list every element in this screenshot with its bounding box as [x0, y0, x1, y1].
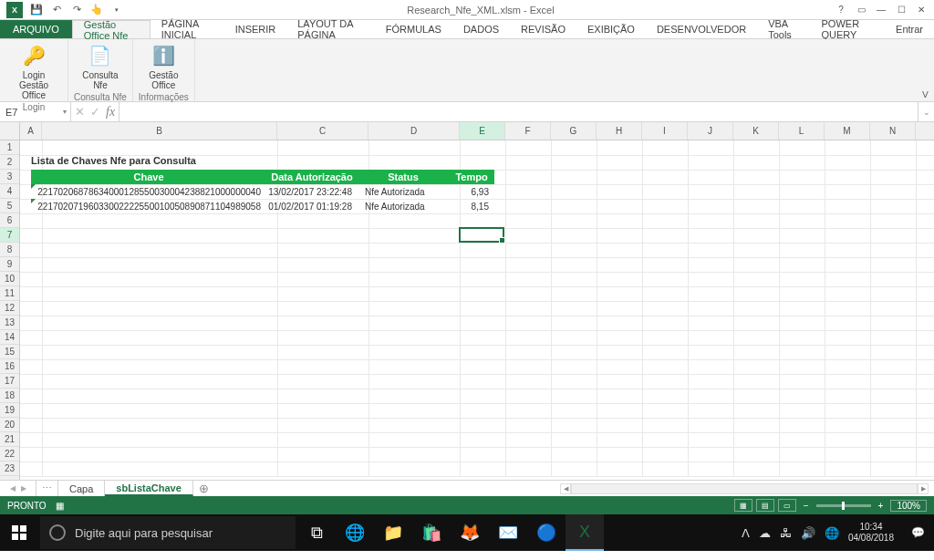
help-icon[interactable]: ? — [832, 3, 850, 17]
task-view-icon[interactable]: ⧉ — [297, 514, 336, 551]
start-button[interactable] — [0, 514, 38, 551]
maximize-icon[interactable]: ☐ — [892, 3, 910, 17]
tab-gestao-office-nfe[interactable]: Gestão Office Nfe — [72, 20, 150, 38]
zoom-in-icon[interactable]: + — [875, 501, 887, 511]
row-header[interactable]: 3 — [0, 170, 19, 184]
macro-recorder-icon[interactable]: ▦ — [56, 501, 64, 511]
tray-expand-icon[interactable]: ᐱ — [742, 526, 750, 540]
row-header[interactable]: 21 — [0, 432, 19, 447]
cell-tempo[interactable]: 8,15 — [449, 202, 494, 212]
zoom-level[interactable]: 100% — [890, 500, 927, 512]
horizontal-scrollbar[interactable]: ◀ ▶ — [215, 481, 934, 496]
close-icon[interactable]: ✕ — [912, 3, 930, 17]
column-header[interactable]: M — [825, 122, 870, 140]
onedrive-icon[interactable]: ☁ — [759, 526, 771, 540]
column-header[interactable]: A — [20, 122, 42, 140]
row-header[interactable]: 14 — [0, 330, 19, 345]
row-header[interactable]: 15 — [0, 345, 19, 359]
store-icon[interactable]: 🛍️ — [412, 514, 451, 551]
column-header[interactable]: J — [688, 122, 733, 140]
column-header[interactable]: G — [551, 122, 597, 140]
cell-status[interactable]: Nfe Autorizada — [358, 187, 449, 197]
column-header[interactable]: N — [870, 122, 916, 140]
row-header[interactable]: 7 — [0, 228, 19, 243]
row-header[interactable]: 4 — [0, 184, 19, 199]
cell-tempo[interactable]: 6,93 — [449, 187, 494, 197]
volume-icon[interactable]: 🔊 — [801, 526, 815, 540]
file-explorer-icon[interactable]: 📁 — [374, 514, 412, 551]
scroll-right-icon[interactable]: ▶ — [918, 483, 929, 494]
column-header[interactable]: F — [505, 122, 551, 140]
add-sheet-icon[interactable]: ⊕ — [193, 481, 215, 496]
taskbar-search[interactable]: Digite aqui para pesquisar — [40, 516, 296, 549]
cell-chave[interactable]: 2217020687863400012855003000423882100000… — [31, 187, 266, 197]
tab-power-query[interactable]: POWER QUERY — [811, 20, 886, 38]
collapse-ribbon-icon[interactable]: ᐯ — [922, 89, 929, 99]
column-header[interactable]: E — [460, 122, 505, 140]
row-header[interactable]: 18 — [0, 389, 19, 403]
row-header[interactable]: 11 — [0, 286, 19, 301]
column-header[interactable]: D — [368, 122, 460, 140]
excel-taskbar-icon[interactable]: X — [566, 514, 604, 551]
row-header[interactable]: 5 — [0, 199, 19, 213]
formula-input[interactable] — [119, 102, 918, 121]
cell-data[interactable]: 13/02/2017 23:22:48 — [266, 187, 358, 197]
action-center-icon[interactable]: 💬 — [901, 514, 934, 551]
cancel-formula-icon[interactable]: ✕ — [75, 105, 85, 119]
consulta-nfe-button[interactable]: 📄 Consulta Nfe — [75, 41, 125, 92]
tab-inserir[interactable]: INSERIR — [224, 20, 287, 38]
scroll-left-icon[interactable]: ◀ — [560, 483, 571, 494]
redo-icon[interactable]: ↷ — [67, 2, 86, 18]
row-header[interactable]: 13 — [0, 316, 19, 330]
spreadsheet-grid[interactable]: 1234567891011121314151617181920212223 AB… — [0, 122, 934, 480]
save-icon[interactable]: 💾 — [27, 2, 46, 18]
page-layout-view-icon[interactable]: ▤ — [756, 499, 774, 512]
mail-icon[interactable]: ✉️ — [489, 514, 527, 551]
column-header[interactable]: I — [642, 122, 688, 140]
select-all-corner[interactable] — [0, 122, 19, 140]
row-header[interactable]: 6 — [0, 213, 19, 228]
active-cell-cursor[interactable] — [459, 227, 504, 243]
sheet-tab-capa[interactable]: Capa — [58, 481, 105, 496]
firefox-icon[interactable]: 🦊 — [451, 514, 489, 551]
cell-data[interactable]: 01/02/2017 01:19:28 — [266, 202, 358, 212]
language-icon[interactable]: 🌐 — [825, 526, 839, 540]
minimize-icon[interactable]: — — [872, 3, 890, 17]
taskbar-clock[interactable]: 10:34 04/08/2018 — [848, 522, 894, 544]
edge-icon[interactable]: 🌐 — [336, 514, 374, 551]
undo-icon[interactable]: ↶ — [47, 2, 66, 18]
gestao-office-button[interactable]: ℹ️ Gestão Office — [139, 41, 189, 92]
tab-revisao[interactable]: REVISÃO — [510, 20, 576, 38]
column-header[interactable]: L — [779, 122, 825, 140]
row-header[interactable]: 1 — [0, 140, 19, 155]
signin-link[interactable]: Entrar — [885, 20, 934, 38]
sheet-tab-sblistachave[interactable]: sbListaChave — [105, 481, 193, 496]
tab-pagina-inicial[interactable]: PÁGINA INICIAL — [150, 20, 224, 38]
tab-dados[interactable]: DADOS — [452, 20, 510, 38]
sheet-scroll-dots[interactable]: ⋯ — [36, 481, 58, 496]
sheet-prev-icon[interactable]: ◀ — [10, 484, 16, 493]
row-header[interactable]: 17 — [0, 374, 19, 389]
row-header[interactable]: 10 — [0, 272, 19, 286]
row-header[interactable]: 2 — [0, 155, 19, 170]
row-header[interactable]: 23 — [0, 461, 19, 476]
login-gestao-office-button[interactable]: 🔑 Login Gestão Office — [5, 41, 62, 102]
tab-exibicao[interactable]: EXIBIÇÃO — [576, 20, 646, 38]
column-header[interactable]: H — [597, 122, 642, 140]
tab-formulas[interactable]: FÓRMULAS — [375, 20, 452, 38]
tab-vba-tools[interactable]: VBA Tools — [757, 20, 810, 38]
touch-mode-icon[interactable]: 👆 — [88, 2, 106, 18]
zoom-slider[interactable] — [816, 504, 871, 507]
sheet-next-icon[interactable]: ▶ — [21, 484, 26, 493]
tab-file[interactable]: ARQUIVO — [0, 20, 72, 38]
scroll-track[interactable] — [571, 483, 918, 494]
cell-status[interactable]: Nfe Autorizada — [358, 202, 449, 212]
normal-view-icon[interactable]: ▦ — [734, 499, 752, 512]
column-header[interactable]: B — [42, 122, 277, 140]
ribbon-options-icon[interactable]: ▭ — [852, 3, 870, 17]
network-icon[interactable]: 🖧 — [780, 526, 792, 540]
tab-layout[interactable]: LAYOUT DA PÁGINA — [286, 20, 375, 38]
row-header[interactable]: 12 — [0, 301, 19, 316]
row-header[interactable]: 9 — [0, 257, 19, 272]
row-header[interactable]: 8 — [0, 243, 19, 257]
